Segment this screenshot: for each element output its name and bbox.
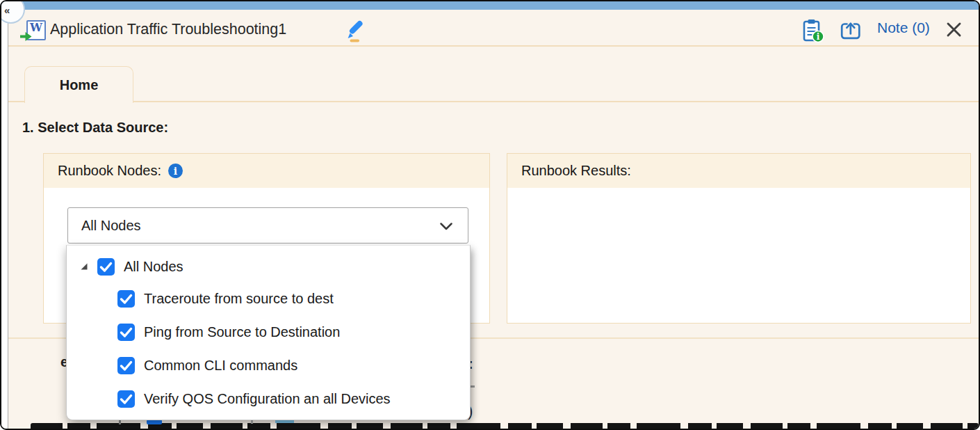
runbook-window: « W Application Traffic Troubleshooting1… [0, 0, 980, 430]
tree-item-verify-qos[interactable]: Verify QOS Configuration an all Devices [67, 383, 470, 415]
runbook-nodes-panel-header: Runbook Nodes: i [44, 154, 489, 188]
chevron-down-icon [440, 223, 452, 230]
checkbox-ping[interactable] [117, 324, 135, 341]
green-import-arrow-icon [19, 31, 33, 42]
pencil-icon [345, 19, 366, 42]
close-button[interactable] [945, 20, 963, 42]
runbook-info-button[interactable]: i [801, 18, 825, 46]
nodes-select[interactable]: All Nodes [67, 207, 468, 244]
tab-home-label: Home [60, 77, 99, 93]
runbook-results-title: Runbook Results: [521, 163, 631, 179]
tree-item-ping[interactable]: Ping from Source to Destination [67, 316, 470, 348]
page-title: Application Traffic Troubleshooting1 [50, 21, 286, 38]
double-chevron-left-icon: « [4, 4, 10, 16]
check-icon [97, 258, 115, 276]
tab-home[interactable]: Home [24, 66, 133, 103]
runbook-results-panel: Runbook Results: [507, 153, 971, 324]
tree-item-label: Common CLI commands [144, 358, 297, 374]
check-icon [117, 290, 135, 308]
note-link[interactable]: Note (0) [877, 19, 930, 36]
export-button[interactable] [839, 20, 863, 45]
nodes-select-value: All Nodes [68, 218, 141, 234]
occluded-checkbox-fragment [147, 420, 162, 424]
tree-item-label: Traceroute from source to dest [144, 291, 334, 307]
tree-item-label: Verify QOS Configuration an all Devices [144, 391, 391, 407]
checkbox-all-nodes[interactable] [97, 258, 115, 276]
info-icon[interactable]: i [168, 164, 183, 178]
runbook-document-icon: W [24, 20, 44, 40]
tree-item-label: All Nodes [124, 259, 183, 275]
tree-item-cli-commands[interactable]: Common CLI commands [67, 349, 470, 381]
edit-title-button[interactable] [345, 19, 366, 45]
collapse-panel-button[interactable]: « [0, 0, 25, 24]
tree-item-all-nodes[interactable]: All Nodes [67, 250, 470, 282]
checkbox-cli-commands[interactable] [117, 357, 135, 374]
check-icon [117, 390, 135, 408]
occluded-fragment-tick [119, 420, 121, 424]
export-up-arrow-icon [839, 20, 863, 42]
tree-item-traceroute[interactable]: Traceroute from source to dest [67, 282, 470, 314]
runbook-results-panel-header: Runbook Results: [507, 154, 970, 188]
collapsed-side-splitter[interactable] [1, 10, 8, 429]
close-icon [945, 20, 963, 39]
check-icon [117, 324, 135, 341]
checkbox-traceroute[interactable] [117, 290, 135, 308]
check-icon [117, 357, 135, 374]
section-heading-data-source: 1. Select Data Source: [22, 120, 168, 136]
nodes-dropdown-list: All Nodes Traceroute from source to dest… [66, 245, 471, 420]
window-top-accent-bar [1, 1, 979, 10]
checkbox-verify-qos[interactable] [117, 390, 135, 408]
header-divider [8, 45, 979, 47]
svg-text:i: i [817, 32, 820, 42]
tab-strip-line [1, 101, 979, 102]
cutoff-text-row [31, 423, 979, 430]
tree-item-label: Ping from Source to Destination [144, 324, 340, 340]
tree-expand-icon[interactable] [80, 262, 88, 271]
runbook-nodes-title: Runbook Nodes: [58, 163, 161, 179]
clipboard-info-icon: i [801, 18, 825, 43]
